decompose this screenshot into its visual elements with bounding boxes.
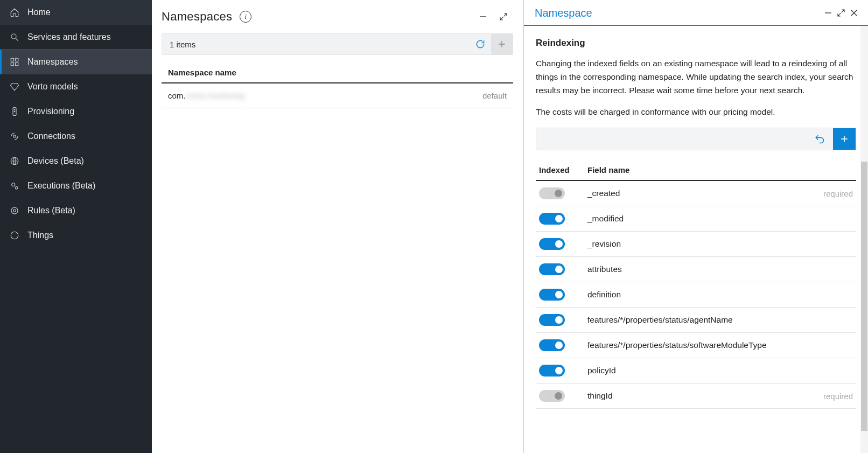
undo-button[interactable]	[808, 128, 831, 150]
svg-point-0	[11, 34, 16, 39]
field-row: thingIdrequired	[536, 384, 856, 409]
field-name: features/*/properties/status/agentName	[587, 315, 853, 325]
pricing-note: The costs will be charged in conformance…	[536, 106, 856, 119]
sidebar-item-label: Namespaces	[27, 57, 78, 67]
sidebar-item-namespaces[interactable]: Namespaces	[0, 50, 152, 74]
sidebar-item-executions[interactable]: Executions (Beta)	[0, 173, 152, 198]
indexed-toggle[interactable]	[539, 263, 565, 275]
field-row: _modified	[536, 206, 856, 232]
field-row: definition	[536, 282, 856, 308]
sidebar-item-services[interactable]: Services and features	[0, 25, 152, 50]
field-row: features/*/properties/status/agentName	[536, 308, 856, 333]
right-panel: Namespace Reindexing Changing the indexe…	[523, 0, 868, 453]
table-row[interactable]: com. mma.monitoring default	[162, 83, 513, 108]
satellite-icon	[9, 131, 20, 142]
center-panel: Namespaces i 1 items Namespace name	[152, 0, 523, 453]
close-button[interactable]	[848, 6, 860, 19]
required-label: required	[823, 189, 853, 198]
target-icon	[9, 205, 20, 216]
search-icon	[9, 32, 20, 43]
indexed-toggle[interactable]	[539, 238, 565, 250]
indexed-toggle	[539, 187, 565, 199]
sidebar-item-label: Executions (Beta)	[27, 181, 95, 191]
field-name: features/*/properties/status/softwareMod…	[587, 340, 853, 350]
field-row: _revision	[536, 232, 856, 257]
svg-point-14	[13, 210, 16, 212]
indexed-toggle[interactable]	[539, 339, 565, 351]
right-body: Reindexing Changing the indexed fields o…	[524, 26, 868, 425]
sidebar-item-label: Devices (Beta)	[27, 156, 84, 166]
namespace-tag: default	[482, 91, 507, 100]
field-name: definition	[587, 290, 853, 299]
field-row: policyId	[536, 358, 856, 384]
section-title: Reindexing	[536, 38, 856, 48]
home-icon	[9, 7, 20, 18]
globe-icon	[9, 156, 20, 166]
column-header-indexed: Indexed	[539, 165, 587, 175]
indexed-toggle[interactable]	[539, 314, 565, 326]
svg-line-1	[16, 38, 18, 41]
field-name: thingId	[587, 391, 823, 401]
sidebar-item-label: Things	[27, 231, 53, 240]
svg-point-12	[16, 187, 18, 190]
sidebar-item-connections[interactable]: Connections	[0, 124, 152, 149]
required-label: required	[823, 392, 853, 401]
add-button[interactable]	[491, 33, 513, 55]
expand-button[interactable]	[835, 6, 848, 19]
field-row: attributes	[536, 257, 856, 282]
namespace-name-prefix: com.	[168, 91, 186, 100]
sidebar-item-devices[interactable]: Devices (Beta)	[0, 149, 152, 173]
column-header-name: Namespace name	[168, 68, 236, 77]
sidebar-item-label: Services and features	[27, 32, 111, 42]
gears-icon	[9, 180, 20, 191]
field-name: _modified	[587, 214, 853, 224]
svg-rect-2	[11, 58, 13, 61]
indexed-toggle[interactable]	[539, 213, 565, 225]
svg-point-11	[12, 183, 15, 186]
svg-point-7	[14, 109, 15, 110]
table-header: Namespace name	[162, 62, 513, 83]
svg-point-9	[13, 135, 16, 138]
right-panel-title: Namespace	[535, 7, 822, 19]
add-field-bar	[536, 128, 856, 150]
sidebar-item-provisioning[interactable]: Provisioning	[0, 99, 152, 124]
sidebar-item-label: Vorto models	[27, 82, 78, 92]
svg-point-8	[14, 111, 15, 112]
reindexing-description: Changing the indexed fields on an existi…	[536, 57, 856, 97]
svg-rect-6	[13, 108, 16, 116]
remote-icon	[9, 106, 20, 117]
minimize-button[interactable]	[477, 10, 489, 23]
field-name: policyId	[587, 366, 853, 375]
add-field-button[interactable]	[833, 128, 856, 150]
field-row: _createdrequired	[536, 181, 856, 206]
sidebar: Home Services and features Namespaces Vo…	[0, 0, 152, 453]
indexed-toggle[interactable]	[539, 365, 565, 377]
sidebar-item-rules[interactable]: Rules (Beta)	[0, 198, 152, 223]
svg-point-15	[11, 232, 18, 239]
indexed-toggle	[539, 390, 565, 402]
diamond-icon	[9, 81, 20, 92]
add-field-input[interactable]	[536, 128, 808, 150]
circle-icon	[9, 230, 20, 241]
refresh-button[interactable]	[470, 33, 491, 55]
expand-button[interactable]	[497, 10, 510, 23]
indexed-toggle[interactable]	[539, 289, 565, 301]
sidebar-item-label: Home	[27, 8, 51, 17]
svg-rect-3	[16, 58, 18, 61]
scrollbar-thumb[interactable]	[861, 162, 867, 431]
sidebar-item-vorto[interactable]: Vorto models	[0, 74, 152, 99]
minimize-button[interactable]	[822, 6, 835, 19]
items-bar: 1 items	[162, 33, 513, 55]
info-icon[interactable]: i	[240, 11, 251, 23]
namespace-name-blurred: mma.monitoring	[187, 91, 245, 100]
sidebar-item-home[interactable]: Home	[0, 0, 152, 25]
svg-point-13	[11, 207, 18, 214]
fields-header: Indexed Field name	[536, 160, 856, 181]
svg-rect-5	[16, 63, 18, 66]
svg-rect-4	[11, 63, 13, 66]
sidebar-item-label: Provisioning	[27, 107, 74, 116]
center-header: Namespaces i	[152, 0, 523, 29]
field-name: _created	[587, 189, 823, 198]
sidebar-item-things[interactable]: Things	[0, 223, 152, 248]
field-name: _revision	[587, 239, 853, 249]
